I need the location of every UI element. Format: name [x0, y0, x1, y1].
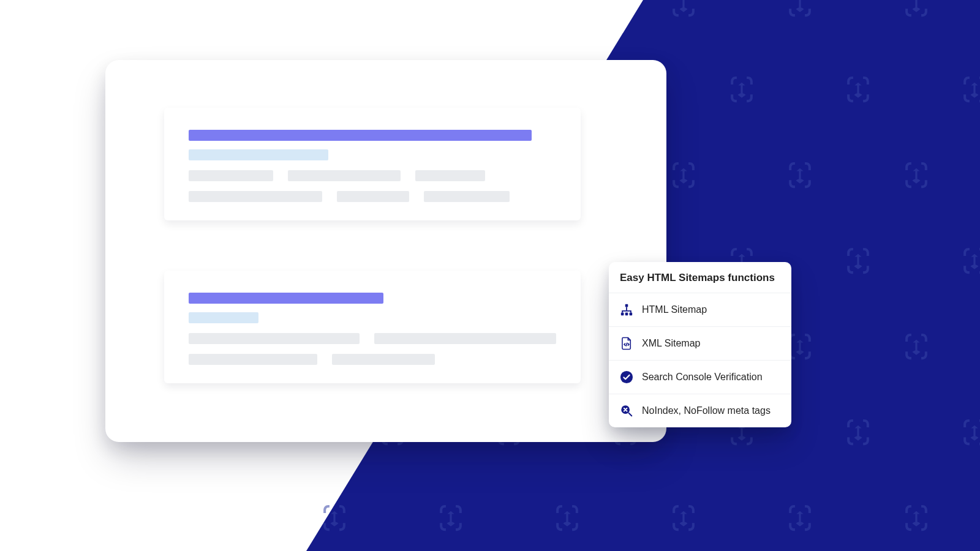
popover-title: Easy HTML Sitemaps functions [609, 272, 791, 293]
svg-rect-3 [625, 313, 628, 316]
popover-item-label: Search Console Verification [642, 372, 763, 383]
brand-anchor-icon [726, 73, 758, 105]
popover-item-label: XML Sitemap [642, 338, 700, 349]
brand-anchor-icon [900, 331, 932, 362]
serp-snippet-placeholder [415, 170, 485, 181]
brand-anchor-icon [784, 502, 816, 534]
serp-snippet-placeholder [374, 333, 556, 344]
serp-snippet-placeholder [189, 170, 273, 181]
brand-anchor-icon [784, 0, 816, 20]
brand-anchor-icon [900, 502, 932, 534]
brand-anchor-icon [668, 0, 699, 20]
brand-anchor-icon [900, 159, 932, 191]
serp-snippet-placeholder [189, 354, 317, 365]
brand-anchor-icon [551, 502, 583, 534]
brand-anchor-icon [959, 73, 980, 105]
serp-snippet-placeholder [288, 170, 401, 181]
brand-anchor-icon [842, 416, 874, 448]
popover-item-noindex[interactable]: NoIndex, NoFollow meta tags [609, 394, 791, 427]
serp-url-placeholder [189, 312, 258, 323]
brand-anchor-icon [900, 0, 932, 20]
popover-item-xml-sitemap[interactable]: XML Sitemap [609, 326, 791, 360]
serp-snippet-placeholder [337, 191, 409, 202]
check-circle-icon [620, 370, 633, 384]
file-code-icon [620, 337, 633, 350]
serp-preview-card [105, 60, 666, 442]
brand-anchor-icon [784, 159, 816, 191]
serp-snippet-placeholder [189, 191, 322, 202]
brand-anchor-icon [842, 73, 874, 105]
sitemap-icon [620, 303, 633, 317]
serp-title-placeholder [189, 130, 532, 141]
search-x-icon [620, 404, 633, 418]
popover-item-label: NoIndex, NoFollow meta tags [642, 405, 771, 416]
brand-anchor-icon [435, 502, 467, 534]
brand-anchor-icon [318, 502, 350, 534]
serp-snippet-placeholder [332, 354, 435, 365]
serp-result-item [164, 271, 581, 383]
svg-rect-2 [621, 313, 624, 316]
svg-rect-1 [625, 304, 628, 307]
serp-title-placeholder [189, 293, 383, 304]
brand-anchor-icon [842, 245, 874, 277]
brand-anchor-icon [959, 245, 980, 277]
popover-item-search-console[interactable]: Search Console Verification [609, 360, 791, 394]
popover-item-label: HTML Sitemap [642, 304, 707, 315]
functions-popover: Easy HTML Sitemaps functions HTML Sitema… [609, 262, 791, 427]
svg-rect-4 [630, 313, 633, 316]
brand-anchor-icon [959, 416, 980, 448]
brand-anchor-icon [668, 502, 699, 534]
serp-url-placeholder [189, 149, 328, 160]
brand-anchor-icon [668, 159, 699, 191]
popover-item-html-sitemap[interactable]: HTML Sitemap [609, 293, 791, 326]
serp-snippet-placeholder [424, 191, 510, 202]
serp-result-item [164, 108, 581, 220]
serp-snippet-placeholder [189, 333, 360, 344]
